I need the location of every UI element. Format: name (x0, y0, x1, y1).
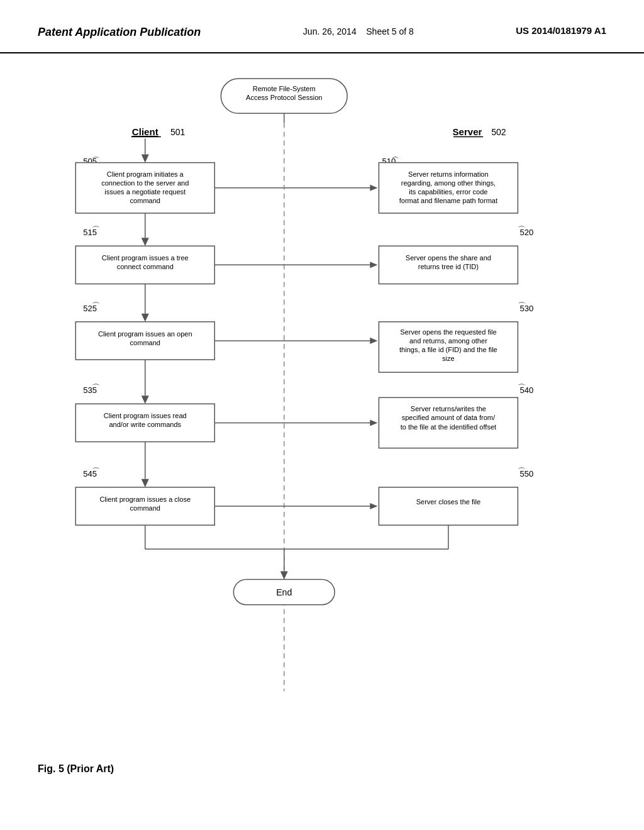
svg-text:⌒: ⌒ (518, 467, 526, 476)
svg-text:command: command (130, 197, 160, 204)
svg-text:size: size (442, 355, 455, 362)
svg-text:Client program issues read: Client program issues read (104, 412, 187, 420)
svg-marker-69 (370, 420, 377, 426)
svg-text:Server closes the file: Server closes the file (416, 498, 480, 506)
svg-text:⌒: ⌒ (92, 384, 100, 393)
header-publication-title: Patent Application Publication (38, 25, 201, 40)
svg-text:Remote File-System: Remote File-System (253, 86, 316, 93)
svg-marker-15 (142, 155, 149, 163)
header: Patent Application Publication Jun. 26, … (0, 0, 644, 53)
svg-text:issues a negotiate request: issues a negotiate request (104, 188, 186, 196)
svg-text:Server returns information: Server returns information (408, 170, 489, 178)
svg-text:501: 501 (170, 128, 186, 138)
svg-text:⌒: ⌒ (92, 301, 100, 311)
svg-text:Client program initiates a: Client program initiates a (107, 170, 184, 178)
page: Patent Application Publication Jun. 26, … (0, 0, 644, 830)
svg-text:regarding, among other things,: regarding, among other things, (401, 179, 496, 187)
svg-marker-79 (142, 479, 149, 487)
svg-text:Client program issues a close: Client program issues a close (99, 495, 191, 503)
svg-text:Client program issues an open: Client program issues an open (98, 330, 192, 338)
svg-marker-34 (142, 238, 149, 246)
svg-marker-27 (370, 185, 377, 191)
header-patent-number: US 2014/0181979 A1 (516, 25, 606, 36)
svg-text:and returns, among other: and returns, among other (409, 337, 487, 345)
svg-text:Server opens the requested fil: Server opens the requested file (400, 328, 496, 336)
svg-text:⌒: ⌒ (518, 226, 526, 235)
svg-text:⌒: ⌒ (92, 467, 100, 476)
svg-marker-48 (142, 314, 149, 322)
svg-text:things, a file id (FID) and th: things, a file id (FID) and the file (399, 346, 497, 353)
svg-marker-64 (142, 396, 149, 404)
svg-text:command: command (130, 339, 160, 346)
svg-rect-85 (379, 487, 518, 525)
svg-text:End: End (276, 587, 292, 597)
diagram-area: Remote File-System Access Protocol Sessi… (0, 53, 644, 757)
header-date-sheet: Jun. 26, 2014 Sheet 5 of 8 (303, 25, 414, 38)
figure-caption: Fig. 5 (Prior Art) (0, 757, 644, 787)
svg-text:returns tree id (TID): returns tree id (TID) (418, 263, 479, 271)
svg-text:Server returns/writes the: Server returns/writes the (411, 406, 486, 413)
svg-text:Client: Client (132, 127, 158, 138)
svg-marker-92 (280, 572, 288, 580)
svg-marker-53 (370, 338, 377, 344)
svg-text:specified amount of data from/: specified amount of data from/ (402, 414, 496, 422)
svg-text:command: command (130, 504, 160, 512)
diagram-svg: Remote File-System Access Protocol Sessi… (38, 72, 606, 736)
svg-text:Server opens the share and: Server opens the share and (406, 255, 491, 262)
svg-text:and/or write commands: and/or write commands (109, 421, 181, 429)
svg-text:⌒: ⌒ (518, 384, 526, 393)
svg-text:its capabilities, error code: its capabilities, error code (409, 188, 487, 196)
svg-text:502: 502 (491, 128, 506, 138)
svg-text:⌒: ⌒ (518, 301, 526, 311)
svg-marker-39 (370, 262, 377, 268)
figure-label: Fig. 5 (Prior Art) (38, 763, 114, 775)
svg-text:to the file at the identified : to the file at the identified offset (401, 423, 497, 431)
svg-text:Client program issues a tree: Client program issues a tree (102, 255, 189, 262)
svg-text:connect command: connect command (117, 263, 174, 271)
svg-text:Access Protocol Session: Access Protocol Session (246, 94, 322, 102)
svg-marker-84 (370, 503, 377, 509)
svg-text:connection to the server and: connection to the server and (101, 179, 189, 187)
svg-text:format and filename path forma: format and filename path format (399, 197, 497, 204)
svg-text:⌒: ⌒ (92, 226, 100, 235)
svg-text:Server: Server (453, 127, 482, 138)
